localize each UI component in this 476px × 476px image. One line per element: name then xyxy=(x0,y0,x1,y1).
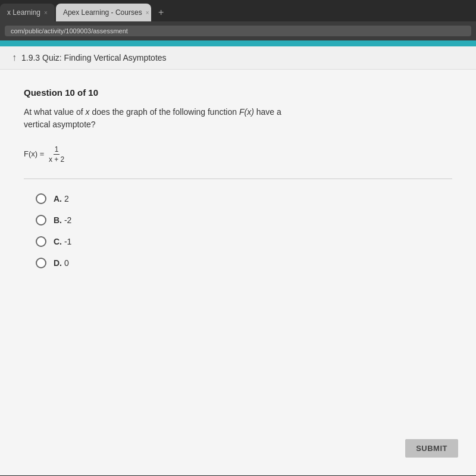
answer-item-d[interactable]: D. 0 xyxy=(36,258,452,268)
submit-button[interactable]: SUBMIT xyxy=(405,439,458,458)
main-content: Question 10 of 10 At what value of x doe… xyxy=(0,70,476,475)
answer-value-b: -2 xyxy=(64,215,71,225)
question-text-line2: vertical asymptote? xyxy=(24,120,96,129)
radio-c[interactable] xyxy=(36,236,46,247)
formula-denominator: x + 2 xyxy=(48,155,65,164)
radio-b[interactable] xyxy=(36,215,46,226)
answer-item-a[interactable]: A. 2 xyxy=(36,193,452,204)
question-var-x: x xyxy=(86,107,90,117)
radio-d[interactable] xyxy=(36,258,46,268)
answer-divider xyxy=(24,178,452,179)
formula-prefix: F(x) = xyxy=(24,149,44,158)
answer-letter-d: D. xyxy=(54,258,62,268)
formula-fraction: 1 x + 2 xyxy=(48,145,65,164)
radio-a[interactable] xyxy=(36,193,46,204)
teal-banner xyxy=(0,40,476,46)
quiz-title: 1.9.3 Quiz: Finding Vertical Asymptotes xyxy=(21,53,167,62)
answer-item-c[interactable]: C. -1 xyxy=(36,236,452,247)
new-tab-button[interactable]: + xyxy=(152,4,170,21)
browser-tab-2[interactable]: Apex Learning - Courses × xyxy=(56,4,151,21)
answer-label-a: A. 2 xyxy=(54,194,69,203)
quiz-header: ↑ 1.9.3 Quiz: Finding Vertical Asymptote… xyxy=(0,46,476,70)
question-label: Question 10 of 10 xyxy=(24,87,452,98)
address-bar[interactable]: com/public/activity/1009003/assessment xyxy=(5,26,471,36)
question-text-part2: does the graph of the following function xyxy=(92,107,237,117)
tab-1-close[interactable]: × xyxy=(44,10,48,16)
tab-2-label: Apex Learning - Courses xyxy=(63,8,142,17)
tab-1-label: x Learning xyxy=(7,8,40,17)
answer-value-c: -1 xyxy=(64,237,71,246)
formula-container: F(x) = 1 x + 2 xyxy=(24,145,452,164)
question-text: At what value of x does the graph of the… xyxy=(24,106,452,131)
answer-item-b[interactable]: B. -2 xyxy=(36,215,452,226)
answer-value-d: 0 xyxy=(64,258,69,268)
answer-label-d: D. 0 xyxy=(54,258,69,268)
tab-2-close[interactable]: × xyxy=(146,10,149,16)
answer-list: A. 2 B. -2 C. -1 D. 0 xyxy=(24,193,452,268)
answer-value-a: 2 xyxy=(64,194,69,203)
question-text-part1: At what value of xyxy=(24,107,83,117)
answer-letter-a: A. xyxy=(54,194,62,203)
answer-letter-c: C. xyxy=(54,237,62,246)
browser-tab-1[interactable]: x Learning × xyxy=(0,4,55,21)
answer-label-b: B. -2 xyxy=(54,215,71,225)
formula-numerator: 1 xyxy=(54,145,60,155)
quiz-header-icon: ↑ xyxy=(12,52,17,63)
answer-label-c: C. -1 xyxy=(54,237,71,246)
question-text-part3: have a xyxy=(256,107,281,117)
question-fx: F(x) xyxy=(239,107,254,117)
answer-letter-b: B. xyxy=(54,215,62,225)
